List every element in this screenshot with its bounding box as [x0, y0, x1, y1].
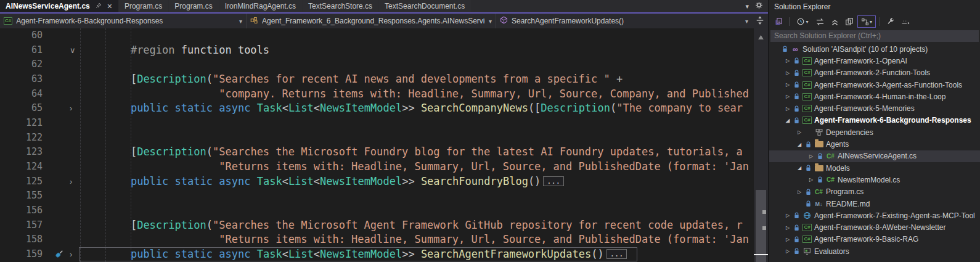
fold-collapsed-icon[interactable]: ›	[70, 247, 72, 262]
tree-item[interactable]: ▷C#Program.cs	[769, 186, 980, 198]
expander-collapsed-icon[interactable]: ▷	[783, 213, 792, 218]
tab-label: IronMindRagAgent.cs	[225, 2, 296, 10]
split-window-icon[interactable]	[756, 16, 764, 27]
lock-icon	[794, 57, 799, 64]
tree-item-label: Dependencies	[825, 128, 873, 137]
lock-slot	[804, 200, 813, 207]
type-dropdown[interactable]: Agent_Framework_6_Background_Responses.A…	[247, 14, 496, 28]
collapse-all-icon[interactable]	[828, 15, 841, 28]
collapsed-region-box[interactable]: ...	[543, 176, 564, 186]
tree-item[interactable]: ▷C#Agent-Framework-4-Human-in-the-Loop	[769, 91, 980, 102]
expander-collapsed-icon[interactable]: ▷	[783, 70, 792, 76]
tree-item-label: Agent-Framework-4-Human-in-the-Loop	[813, 92, 945, 101]
document-tab[interactable]: AINewsServiceAgent.cs×	[0, 0, 118, 12]
expander-collapsed-icon[interactable]: ▷	[783, 248, 792, 254]
tree-item[interactable]: ◢C#Agent-Framework-6-Background-Response…	[769, 115, 980, 126]
tree-item[interactable]: ▷C#Agent-Framework-9-Basic-RAG	[769, 234, 980, 245]
tree-item[interactable]: ∞Solution 'AISandpit' (10 of 10 projects…	[769, 43, 980, 55]
gear-icon[interactable]	[755, 1, 763, 12]
code-line[interactable]: 155	[0, 189, 754, 203]
line-number: 159	[0, 247, 46, 262]
properties-icon[interactable]	[884, 15, 897, 28]
tree-item[interactable]: ▷Evaluators	[769, 245, 980, 257]
chevron-down-icon: ▾	[239, 18, 242, 25]
fold-collapsed-icon[interactable]: ›	[70, 174, 72, 189]
project-dropdown[interactable]: C# Agent-Framework-6-Background-Response…	[0, 14, 247, 28]
tree-item[interactable]: ▷C#AINewsServiceAgent.cs	[769, 150, 980, 162]
preview-selected-items-icon[interactable]	[899, 15, 912, 28]
code-line[interactable]: 157 [Description("Searches the Microsoft…	[0, 218, 754, 233]
code-line[interactable]: 64 "company. Returns items with: Headlin…	[0, 87, 754, 102]
document-tab[interactable]: IronMindRagAgent.cs	[219, 0, 302, 12]
code-line[interactable]: 61∨ #region function tools	[0, 43, 754, 58]
expander-collapsed-icon[interactable]: ▷	[783, 94, 792, 99]
tree-item[interactable]: ▷C#Agent-Framework-2-Function-Tools	[769, 67, 980, 79]
expander-expanded-icon[interactable]: ◢	[795, 165, 804, 171]
line-number: 122	[0, 131, 46, 145]
expander-collapsed-icon[interactable]: ▷	[783, 82, 792, 88]
code-text: public static async Task<List<NewsItemMo…	[80, 101, 743, 116]
pending-changes-filter-icon[interactable]: ▾	[793, 15, 812, 28]
member-dropdown[interactable]: SearchAgentFrameworkUpdates() ▾	[496, 14, 752, 28]
sync-with-active-document-icon[interactable]: ▾	[857, 15, 876, 28]
tree-item[interactable]: ▷C#NewsItemModel.cs	[769, 174, 980, 186]
document-tab[interactable]: Program.cs	[119, 0, 168, 12]
tree-item[interactable]: ▷Dependencies	[769, 126, 980, 138]
code-line[interactable]: 125› public static async Task<List<NewsI…	[0, 174, 754, 189]
scrollbar-up-arrow-icon[interactable]	[754, 31, 768, 42]
lock-icon	[794, 212, 799, 219]
expander-expanded-icon[interactable]: ◢	[795, 142, 804, 147]
tree-item[interactable]: ▷C#Agent-Framework-5-Memories	[769, 102, 980, 114]
tree-item[interactable]: ▷C#Agent-Framework-1-OpenAI	[769, 55, 980, 67]
expander-collapsed-icon[interactable]: ▷	[783, 237, 792, 242]
tree-item[interactable]: M↓README.md	[769, 198, 980, 210]
code-line[interactable]: 65› public static async Task<List<NewsIt…	[0, 101, 754, 116]
close-icon[interactable]: ×	[107, 2, 112, 10]
fold-collapsed-icon[interactable]: ›	[70, 101, 72, 116]
code-line[interactable]: 121	[0, 116, 754, 131]
vertical-scrollbar[interactable]	[754, 28, 768, 262]
tab-overflow-icon[interactable]: ▾	[745, 2, 749, 10]
document-tab[interactable]: TextSearchStore.cs	[303, 0, 378, 12]
tree-item[interactable]: ◢Agents	[769, 138, 980, 150]
quick-actions-icon[interactable]	[55, 250, 63, 261]
document-tab[interactable]: Program.cs	[169, 0, 218, 12]
lock-slot	[804, 165, 813, 171]
csharp-file-icon: C#	[827, 176, 835, 183]
tree-item[interactable]: ▷C#Agent-Framework-8-AWeber-Newsletter	[769, 221, 980, 233]
expander-collapsed-icon[interactable]: ▷	[807, 154, 815, 159]
code-editor[interactable]: 6061∨ #region function tools6263 [Descri…	[0, 28, 754, 262]
glyph-margin	[46, 145, 80, 160]
document-tab[interactable]: TextSearchDocument.cs	[379, 0, 471, 12]
code-line[interactable]: 62	[0, 57, 754, 72]
fold-expanded-icon[interactable]: ∨	[70, 43, 76, 58]
tree-item-label: Agent-Framework-8-AWeber-Newsletter	[813, 223, 945, 232]
expander-collapsed-icon[interactable]: ▷	[783, 58, 792, 63]
pin-icon[interactable]	[96, 2, 102, 10]
expander-collapsed-icon[interactable]: ▷	[783, 225, 792, 231]
code-line[interactable]: 158 "Returns items with: Headline, Summa…	[0, 232, 754, 247]
code-line[interactable]: 156	[0, 203, 754, 218]
refresh-icon[interactable]	[813, 15, 827, 28]
tree-item[interactable]: ▷C#Agent-Framework-3-Agent-as-Function-T…	[769, 79, 980, 91]
code-line[interactable]: 123 [Description("Searches the Microsoft…	[0, 145, 754, 160]
expander-collapsed-icon[interactable]: ▷	[795, 189, 804, 195]
code-line[interactable]: 63 [Description("Searches for recent AI …	[0, 72, 754, 87]
tree-item[interactable]: ◢Models	[769, 162, 980, 174]
code-line[interactable]: 60	[0, 28, 754, 43]
switch-views-icon[interactable]	[772, 15, 785, 28]
line-number: 156	[0, 203, 46, 218]
show-all-files-icon[interactable]	[843, 15, 856, 28]
expander-collapsed-icon[interactable]: ▷	[807, 177, 815, 182]
lock-icon	[794, 236, 799, 243]
code-line[interactable]: 122	[0, 131, 754, 145]
code-line[interactable]: 124 "Returns items with: Headline, Summa…	[0, 160, 754, 174]
search-input[interactable]: Search Solution Explorer (Ctrl+;)	[770, 30, 979, 42]
code-line[interactable]: 159› public static async Task<List<NewsI…	[0, 247, 754, 262]
solution-tree: ∞Solution 'AISandpit' (10 of 10 projects…	[769, 43, 980, 262]
collapsed-region-box[interactable]: ...	[606, 249, 627, 259]
tree-item[interactable]: ▷Agent-Framework-7-Existing-Agent-as-MCP…	[769, 210, 980, 221]
expander-collapsed-icon[interactable]: ▷	[783, 106, 792, 112]
expander-expanded-icon[interactable]: ◢	[783, 118, 792, 123]
expander-collapsed-icon[interactable]: ▷	[795, 129, 804, 135]
